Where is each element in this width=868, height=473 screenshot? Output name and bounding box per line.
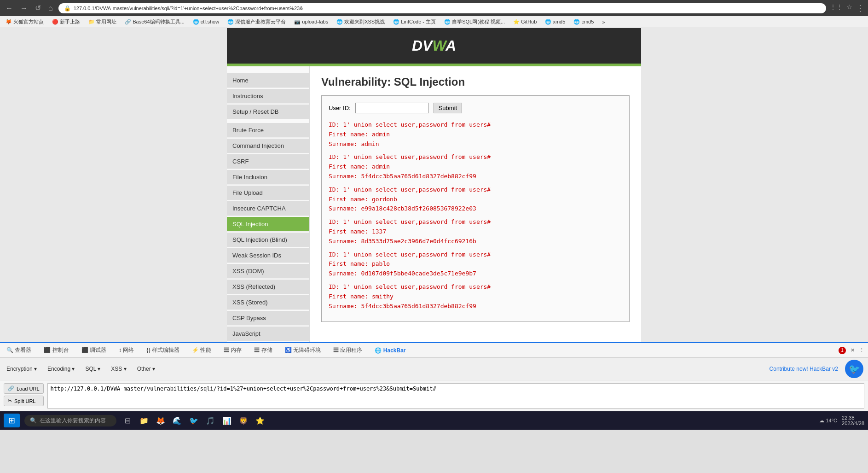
nav-xss-stored[interactable]: XSS (Stored): [227, 295, 309, 310]
taskbar-app6[interactable]: 🦁: [237, 414, 250, 427]
forward-button[interactable]: →: [18, 3, 29, 13]
dvwa-body: Home Instructions Setup / Reset DB Brute…: [227, 66, 641, 342]
dvwa-header: DVWA: [227, 28, 641, 64]
devtools-storage[interactable]: ☰ 存储: [251, 345, 275, 356]
taskbar-weather: ☁ 14°C: [819, 418, 837, 424]
nav-setup[interactable]: Setup / Reset DB: [227, 105, 309, 119]
nav-instructions[interactable]: Instructions: [227, 89, 309, 104]
hackbar-xss-menu[interactable]: XSS ▾: [109, 365, 128, 373]
nav-file-upload[interactable]: File Upload: [227, 186, 309, 200]
browser-chrome: ← → ↺ ⌂ 🔒 127.0.0.1/DVWA-master/vulnerab…: [0, 0, 868, 16]
bookmark-shenlincai[interactable]: 🌐 深信服产业教育云平台: [226, 18, 288, 26]
devtools-style-editor[interactable]: {} 样式编辑器: [144, 345, 182, 356]
result-3: ID: 1' union select user,password from u…: [329, 185, 622, 214]
hackbar-url-textarea[interactable]: http://127.0.0.1/DVWA-master/vulnerabili…: [47, 383, 864, 409]
dvwa-sidebar: Home Instructions Setup / Reset DB Brute…: [227, 66, 310, 342]
nav-home[interactable]: Home: [227, 73, 309, 88]
devtools-accessibility[interactable]: ♿ 无障碍环境: [282, 345, 324, 356]
bookmark-github[interactable]: ⭐ GitHub: [511, 18, 538, 26]
nav-sql-injection[interactable]: SQL Injection: [227, 217, 309, 232]
hackbar-encryption-menu[interactable]: Encryption ▾: [5, 365, 39, 373]
bookmark-xss[interactable]: 🌐 欢迎来到XSS挑战: [335, 18, 387, 26]
taskbar-search[interactable]: 🔍 在这里输入你要搜索的内容: [24, 415, 116, 426]
devtools-memory[interactable]: ☰ 内存: [221, 345, 244, 356]
nav-csp-bypass[interactable]: CSP Bypass: [227, 311, 309, 326]
nav-file-inclusion[interactable]: File Inclusion: [227, 170, 309, 185]
bookmark-xmd5[interactable]: 🌐 xmd5: [543, 18, 567, 26]
bookmark-base64[interactable]: 🔗 Base64编码转换工具...: [123, 18, 186, 26]
result-2: ID: 1' union select user,password from u…: [329, 152, 622, 181]
taskbar-app7[interactable]: ⭐: [254, 414, 266, 427]
bookmark-common[interactable]: 📁 常用网址: [87, 18, 118, 26]
bookmark-sql[interactable]: 🌐 自学SQL网(教程 视频...: [442, 18, 507, 26]
start-button[interactable]: ⊞: [4, 414, 20, 427]
bookmark-upload[interactable]: 📷 upload-labs: [292, 18, 330, 26]
address-bar[interactable]: 🔒 127.0.0.1/DVWA-master/vulnerabilities/…: [58, 3, 826, 13]
nav-command-injection[interactable]: Command Injection: [227, 139, 309, 153]
browser-actions: ⋮⋮ ☆ ⋮: [830, 3, 864, 13]
load-url-button[interactable]: 🔗 Load URL: [4, 383, 44, 394]
dvwa-page: DVWA Home Instructions Setup / Reset DB …: [227, 28, 641, 342]
search-icon: 🔍: [30, 417, 37, 424]
hackbar-actions: 🔗 Load URL ✂ Split URL http://127.0.0.1/…: [0, 380, 868, 411]
result-1: ID: 1' union select user,password from u…: [329, 120, 622, 149]
nav-csrf[interactable]: CSRF: [227, 154, 309, 169]
taskbar-explorer[interactable]: 📁: [138, 414, 150, 427]
devtools-more[interactable]: ⋮: [859, 347, 864, 353]
taskbar-right: ☁ 14°C 22:38 2022/4/28: [819, 415, 864, 426]
taskbar-app5[interactable]: 📊: [220, 414, 233, 427]
bookmark-lintcode[interactable]: 🌐 LintCode - 主页: [391, 18, 438, 26]
userid-input[interactable]: [355, 103, 429, 113]
sqli-form: User ID: Submit: [329, 103, 622, 113]
nav-xss-dom[interactable]: XSS (DOM): [227, 264, 309, 279]
result-6: ID: 1' union select user,password from u…: [329, 282, 622, 311]
bookmark-more[interactable]: »: [600, 18, 607, 26]
taskbar-app3[interactable]: 🐦: [187, 414, 200, 427]
bookmark-icon[interactable]: ☆: [846, 3, 852, 13]
devtools-debugger[interactable]: ⬛ 调试器: [79, 345, 109, 356]
menu-icon[interactable]: ⋮: [856, 3, 864, 13]
nav-xss-reflected[interactable]: XSS (Reflected): [227, 280, 309, 294]
back-button[interactable]: ←: [4, 3, 15, 13]
nav-insecure-captcha[interactable]: Insecure CAPTCHA: [227, 201, 309, 216]
bookmark-cmd5[interactable]: 🌐 cmd5: [572, 18, 596, 26]
result-4: ID: 1' union select user,password from u…: [329, 217, 622, 246]
nav-weak-session[interactable]: Weak Session IDs: [227, 248, 309, 263]
nav-brute-force[interactable]: Brute Force: [227, 123, 309, 138]
split-url-button[interactable]: ✂ Split URL: [4, 396, 44, 406]
hackbar-other-menu[interactable]: Other ▾: [135, 365, 157, 373]
page-title: Vulnerability: SQL Injection: [321, 76, 630, 88]
taskbar-browser2[interactable]: 🌊: [171, 414, 184, 427]
taskbar-browser1[interactable]: 🦊: [154, 414, 167, 427]
submit-button[interactable]: Submit: [434, 103, 462, 113]
home-button[interactable]: ⌂: [46, 3, 55, 13]
hackbar-toolbar: Encryption ▾ Encoding ▾ SQL ▾ XSS ▾ Othe…: [0, 358, 868, 380]
hackbar-encoding-menu[interactable]: Encoding ▾: [46, 365, 76, 373]
nav-sql-injection-blind[interactable]: SQL Injection (Blind): [227, 233, 309, 247]
devtools-console[interactable]: ⬛ 控制台: [41, 345, 71, 356]
devtools-network[interactable]: ↕ 网络: [116, 345, 137, 356]
devtools-hackbar[interactable]: 🌐 HackBar: [372, 346, 408, 355]
refresh-button[interactable]: ↺: [33, 3, 43, 13]
devtools-application[interactable]: ☰ 应用程序: [330, 345, 365, 356]
load-url-icon: 🔗: [8, 385, 14, 391]
split-url-icon: ✂: [8, 398, 12, 404]
bookmark-ctf[interactable]: 🌐 ctf.show: [191, 18, 221, 26]
bookmark-huhu[interactable]: 🦊 火狐官方站点: [4, 18, 46, 26]
hackbar-sql-menu[interactable]: SQL ▾: [83, 365, 102, 373]
taskbar-app4[interactable]: 🎵: [204, 414, 217, 427]
bookmark-newuser[interactable]: 🔴 新手上路: [50, 18, 82, 26]
dvwa-logo: DVWA: [236, 37, 632, 54]
devtools-close[interactable]: ✕: [851, 347, 855, 353]
hackbar: Encryption ▾ Encoding ▾ SQL ▾ XSS ▾ Othe…: [0, 357, 868, 411]
userid-label: User ID:: [329, 105, 351, 111]
taskbar: ⊞ 🔍 在这里输入你要搜索的内容 ⊟ 📁 🦊 🌊 🐦 🎵 📊 🦁 ⭐ ☁ 14°…: [0, 411, 868, 430]
devtools-inspector[interactable]: 🔍 查看器: [4, 345, 34, 356]
devtools-performance[interactable]: ⚡ 性能: [189, 345, 214, 356]
taskbar-clock: 22:38 2022/4/28: [842, 415, 864, 426]
taskbar-taskview[interactable]: ⊟: [121, 414, 134, 427]
hackbar-contribute[interactable]: Contribute now! HackBar v2: [770, 366, 838, 372]
browser-content: DVWA Home Instructions Setup / Reset DB …: [0, 28, 868, 342]
nav-javascript[interactable]: JavaScript: [227, 327, 309, 341]
extensions-icon[interactable]: ⋮⋮: [830, 3, 843, 13]
